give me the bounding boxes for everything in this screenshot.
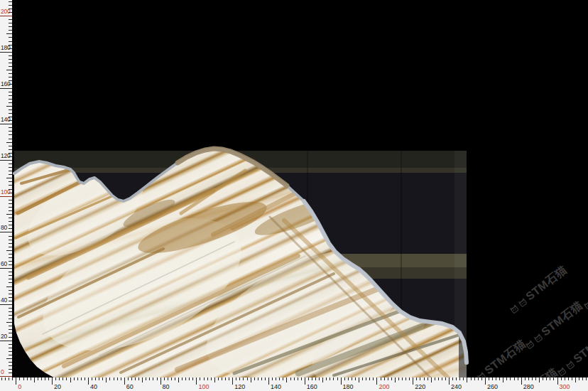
- ruler-tick: [9, 308, 12, 309]
- ruler-tick: [9, 185, 12, 186]
- ruler-tick: [9, 318, 12, 319]
- ruler-tick: [553, 377, 554, 380]
- ruler-tick: [579, 377, 579, 380]
- ruler-tick: [521, 377, 522, 385]
- ruler-tick: [355, 377, 356, 380]
- ruler-tick: [481, 377, 482, 380]
- ruler-tick: [19, 377, 20, 380]
- ruler-tick: [204, 377, 205, 380]
- ruler-tick: [442, 377, 442, 380]
- ruler-tick: [9, 139, 12, 139]
- ruler-tick: [207, 377, 208, 380]
- ruler-tick: [467, 377, 467, 382]
- ruler-tick: [9, 55, 12, 56]
- ruler-tick: [550, 377, 550, 380]
- ruler-tick: [9, 247, 12, 247]
- ruler-tick: [9, 37, 12, 38]
- ruler-tick: [9, 221, 12, 222]
- ruler-tick: [352, 377, 352, 380]
- ruler-tick: [5, 377, 6, 380]
- ruler-tick: [9, 243, 12, 244]
- ruler-tick: [9, 73, 12, 74]
- ruler-tick: [9, 23, 12, 23]
- ruler-tick: [535, 377, 536, 380]
- ruler-tick: [499, 377, 500, 380]
- ruler-label-left: 120: [1, 153, 11, 159]
- ruler-tick: [9, 63, 12, 63]
- ruler-tick: [381, 377, 381, 380]
- ruler-tick: [9, 279, 12, 279]
- ruler-tick: [514, 377, 515, 380]
- ruler-tick: [428, 377, 428, 380]
- ruler-tick: [146, 377, 146, 380]
- ruler-tick: [12, 377, 13, 380]
- ruler-tick: [0, 16, 12, 16]
- ruler-tick: [9, 181, 12, 182]
- ruler-tick: [9, 311, 12, 312]
- ruler-tick: [478, 377, 479, 380]
- ruler-tick: [283, 377, 283, 380]
- ruler-tick: [38, 377, 38, 380]
- ruler-tick: [6, 358, 12, 359]
- ruler-tick: [9, 127, 12, 128]
- ruler-tick: [9, 236, 12, 237]
- ruler-tick: [489, 377, 489, 380]
- ruler-tick: [9, 275, 12, 276]
- ruler-tick: [312, 377, 312, 380]
- slab-photo: [0, 0, 588, 391]
- ruler-tick: [9, 102, 12, 103]
- ruler-tick: [463, 377, 464, 380]
- ruler-tick: [344, 377, 345, 380]
- ruler-label-bottom: 240: [451, 383, 462, 390]
- ruler-tick: [128, 377, 129, 380]
- ruler-tick: [243, 377, 244, 380]
- ruler-tick: [9, 225, 12, 225]
- ruler-tick: [319, 377, 320, 380]
- ruler-tick: [510, 377, 511, 380]
- ruler-label-left: 20: [1, 333, 7, 340]
- ruler-tick: [27, 377, 28, 380]
- ruler-tick: [142, 377, 143, 382]
- ruler-tick: [0, 124, 12, 124]
- ruler-tick: [9, 337, 12, 338]
- ruler-tick: [9, 254, 12, 255]
- ruler-tick: [236, 377, 236, 380]
- ruler-tick: [16, 377, 16, 385]
- ruler-tick: [456, 377, 457, 380]
- ruler-tick: [388, 377, 388, 380]
- ruler-tick: [9, 30, 12, 31]
- ruler-tick: [402, 377, 403, 380]
- ruler-label-bottom: 180: [343, 383, 354, 390]
- ruler-tick: [41, 377, 42, 380]
- ruler-tick: [0, 160, 12, 161]
- ruler-tick: [124, 377, 125, 385]
- ruler-tick: [369, 377, 370, 380]
- ruler-tick: [106, 377, 107, 382]
- ruler-tick: [6, 250, 12, 251]
- ruler-tick: [435, 377, 435, 380]
- ruler-tick: [9, 59, 12, 60]
- ruler-tick: [452, 377, 453, 380]
- ruler-tick: [131, 377, 132, 380]
- ruler-tick: [268, 377, 269, 385]
- main-canvas[interactable]: STM石猫STM石猫STM石猫STM石猫STM石猫STM石猫 020406080…: [0, 0, 588, 391]
- ruler-tick: [149, 377, 150, 380]
- ruler-tick: [474, 377, 475, 380]
- ruler-label-left: 140: [1, 117, 11, 123]
- ruler-tick: [9, 207, 12, 208]
- ruler-tick: [74, 377, 75, 380]
- ruler-tick: [9, 95, 12, 96]
- ruler-tick: [359, 377, 359, 382]
- ruler-tick: [532, 377, 533, 380]
- ruler-tick: [333, 377, 334, 380]
- ruler-tick: [6, 286, 12, 287]
- ruler-tick: [438, 377, 439, 380]
- ruler-tick: [9, 294, 12, 294]
- ruler-tick: [330, 377, 330, 380]
- ruler-label-bottom: 120: [234, 383, 245, 390]
- ruler-tick: [575, 377, 576, 382]
- ruler-tick: [135, 377, 136, 380]
- ruler-tick: [376, 377, 377, 385]
- ruler-tick: [62, 377, 63, 380]
- ruler-tick: [9, 41, 12, 42]
